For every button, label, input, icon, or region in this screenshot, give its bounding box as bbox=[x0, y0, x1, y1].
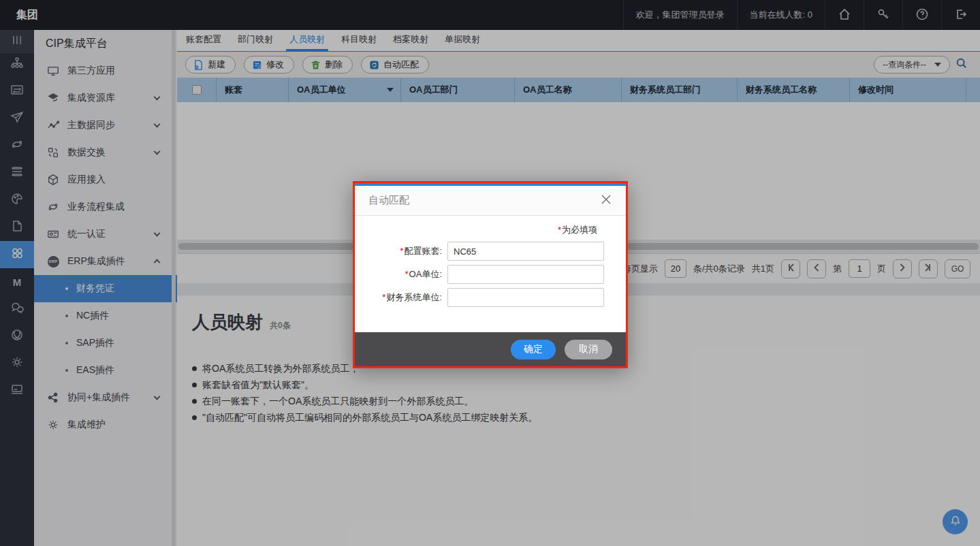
automatch-dialog: 自动匹配 *为必填项 *配置账套: *OA单位: *财务系统单位: 确定 取消 bbox=[353, 181, 628, 368]
required-asterisk: * bbox=[382, 292, 385, 302]
dialog-footer: 确定 取消 bbox=[355, 332, 626, 366]
oa-unit-field-label: *OA单位: bbox=[355, 268, 442, 280]
field-label-text: OA单位: bbox=[409, 269, 442, 279]
required-asterisk: * bbox=[405, 269, 409, 279]
form-row-account: *配置账套: bbox=[355, 242, 612, 261]
fin-unit-field-label: *财务系统单位: bbox=[355, 291, 442, 304]
form-row-oa-unit: *OA单位: bbox=[355, 265, 612, 284]
fin-unit-field-input[interactable] bbox=[447, 288, 604, 307]
close-button[interactable] bbox=[600, 193, 612, 208]
confirm-button[interactable]: 确定 bbox=[511, 340, 556, 359]
required-note-text: 为必填项 bbox=[562, 225, 597, 235]
required-asterisk: * bbox=[400, 246, 403, 256]
close-icon bbox=[600, 193, 612, 208]
field-label-text: 配置账套: bbox=[404, 246, 442, 256]
dialog-title: 自动匹配 bbox=[368, 194, 409, 207]
required-note: *为必填项 bbox=[355, 224, 612, 238]
account-field-input[interactable] bbox=[447, 242, 604, 261]
account-field-label: *配置账套: bbox=[355, 245, 442, 257]
required-asterisk: * bbox=[558, 225, 561, 235]
oa-unit-field-input[interactable] bbox=[447, 265, 604, 284]
cancel-button[interactable]: 取消 bbox=[565, 340, 612, 359]
form-row-fin-unit: *财务系统单位: bbox=[355, 288, 612, 307]
field-label-text: 财务系统单位: bbox=[386, 292, 442, 302]
